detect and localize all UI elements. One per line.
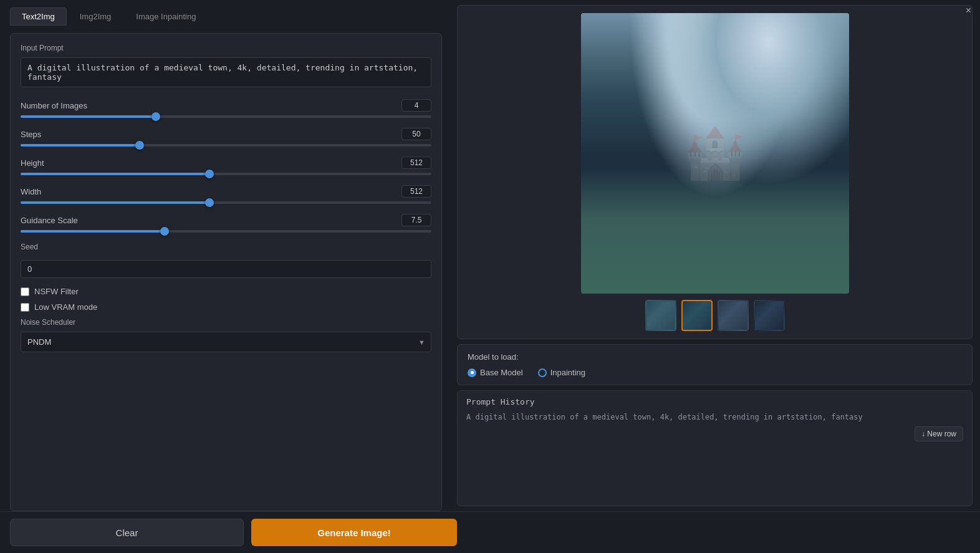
- width-label: Width: [21, 187, 41, 196]
- new-row-button[interactable]: ↓ New row: [915, 426, 963, 441]
- steps-fill: [21, 144, 140, 147]
- steps-header: Steps 50: [21, 128, 431, 140]
- thumbnail-row: [645, 300, 785, 331]
- steps-value: 50: [401, 128, 431, 140]
- medieval-town-image: [581, 13, 849, 294]
- width-slider-row: Width 512: [21, 185, 431, 204]
- main-image: [581, 13, 849, 294]
- width-fill: [21, 201, 209, 204]
- width-header: Width 512: [21, 185, 431, 198]
- tab-inpainting[interactable]: Image Inpainting: [124, 7, 208, 26]
- nsfw-checkbox[interactable]: [21, 287, 29, 296]
- tab-img2img[interactable]: Img2Img: [68, 7, 123, 26]
- tab-bar: Text2Img Img2Img Image Inpainting: [10, 7, 442, 26]
- num-images-fill: [21, 115, 156, 118]
- prompt-input[interactable]: A digital illustration of a medieval tow…: [21, 57, 431, 87]
- low-vram-checkbox[interactable]: [21, 303, 29, 312]
- settings-panel: Input Prompt A digital illustration of a…: [10, 33, 442, 511]
- height-value: 512: [401, 156, 431, 169]
- guidance-slider-row: Guidance Scale 7.5: [21, 214, 431, 233]
- base-model-option[interactable]: Base Model: [468, 368, 523, 377]
- guidance-thumb[interactable]: [160, 227, 169, 236]
- right-panel: × Model to load: Base Model: [452, 0, 980, 511]
- steps-label: Steps: [21, 130, 41, 139]
- steps-slider-row: Steps 50: [21, 128, 431, 147]
- nsfw-label: NSFW Filter: [34, 287, 79, 296]
- height-header: Height 512: [21, 156, 431, 169]
- height-label: Height: [21, 158, 44, 168]
- width-value: 512: [401, 185, 431, 198]
- nsfw-filter-row: NSFW Filter: [21, 287, 431, 296]
- thumbnail-4[interactable]: [754, 300, 785, 331]
- height-slider-row: Height 512: [21, 156, 431, 175]
- guidance-track[interactable]: [21, 230, 431, 233]
- radio-row: Base Model Inpainting: [468, 368, 962, 377]
- low-vram-label: Low VRAM mode: [34, 302, 97, 312]
- clear-button[interactable]: Clear: [10, 519, 244, 546]
- steps-thumb[interactable]: [135, 141, 144, 150]
- prompt-history-section: Prompt History A digital illustration of…: [457, 390, 973, 506]
- model-label: Model to load:: [468, 352, 962, 362]
- guidance-header: Guidance Scale 7.5: [21, 214, 431, 226]
- seed-label: Seed: [21, 243, 431, 251]
- inpainting-label: Inpainting: [550, 368, 585, 377]
- close-button[interactable]: ×: [966, 5, 971, 16]
- generate-button[interactable]: Generate Image!: [251, 519, 457, 546]
- num-images-value: 4: [401, 99, 431, 112]
- inpainting-option[interactable]: Inpainting: [538, 368, 585, 377]
- noise-scheduler-section: Noise Scheduler PNDM DDIM K-LMS DPM++ ▼: [21, 318, 431, 352]
- width-thumb[interactable]: [205, 198, 214, 207]
- base-model-radio[interactable]: [468, 368, 476, 377]
- bottom-bar: Clear Generate Image!: [0, 511, 980, 553]
- noise-scheduler-label: Noise Scheduler: [21, 318, 431, 327]
- low-vram-row: Low VRAM mode: [21, 302, 431, 312]
- bottom-right: Model to load: Base Model Inpainting Pro…: [457, 344, 973, 506]
- seed-section: Seed: [21, 243, 431, 278]
- inpainting-radio[interactable]: [538, 368, 547, 377]
- guidance-value: 7.5: [401, 214, 431, 226]
- steps-track[interactable]: [21, 144, 431, 147]
- image-display-area: [457, 5, 973, 339]
- width-track[interactable]: [21, 201, 431, 204]
- thumbnail-3[interactable]: [718, 300, 749, 331]
- num-images-label: Number of Images: [21, 101, 87, 110]
- num-images-slider-row: Number of Images 4: [21, 99, 431, 118]
- num-images-header: Number of Images 4: [21, 99, 431, 112]
- guidance-fill: [21, 230, 165, 233]
- height-thumb[interactable]: [205, 170, 214, 178]
- model-section: Model to load: Base Model Inpainting: [457, 344, 973, 385]
- history-title: Prompt History: [466, 397, 963, 406]
- num-images-track[interactable]: [21, 115, 431, 118]
- height-track[interactable]: [21, 173, 431, 175]
- seed-input[interactable]: [21, 260, 431, 278]
- app-layout: Text2Img Img2Img Image Inpainting Input …: [0, 0, 980, 511]
- height-fill: [21, 173, 209, 175]
- thumbnail-2[interactable]: [681, 300, 713, 331]
- noise-scheduler-wrapper: PNDM DDIM K-LMS DPM++ ▼: [21, 332, 431, 352]
- thumbnail-1[interactable]: [645, 300, 676, 331]
- base-model-label: Base Model: [480, 368, 523, 377]
- prompt-label: Input Prompt: [21, 44, 431, 52]
- left-panel: Text2Img Img2Img Image Inpainting Input …: [0, 0, 452, 511]
- num-images-thumb[interactable]: [151, 112, 160, 121]
- noise-scheduler-select[interactable]: PNDM DDIM K-LMS DPM++: [21, 332, 431, 352]
- guidance-label: Guidance Scale: [21, 216, 78, 225]
- tab-text2img[interactable]: Text2Img: [10, 7, 67, 26]
- history-text: A digital illustration of a medieval tow…: [466, 411, 963, 423]
